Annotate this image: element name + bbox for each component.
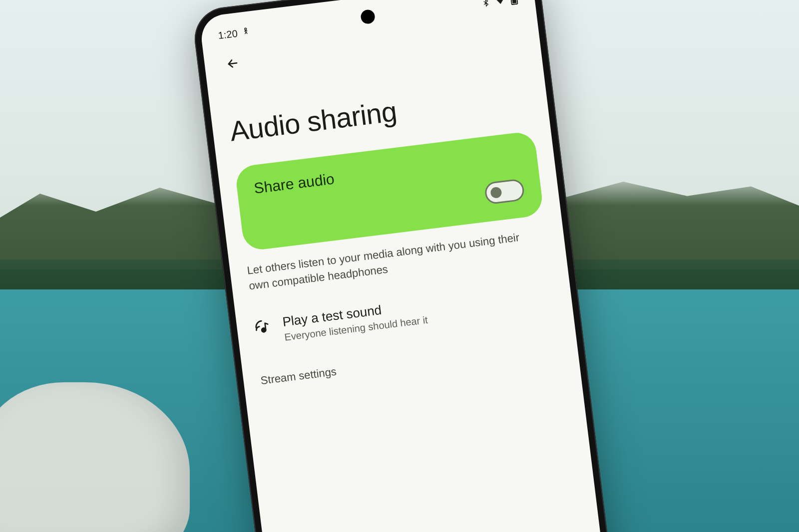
music-cast-icon (253, 318, 271, 338)
share-audio-label: Share audio (253, 170, 336, 197)
play-test-sound-row[interactable]: Play a test sound Everyone listening sho… (253, 281, 556, 346)
stream-settings-header: Stream settings (260, 337, 561, 387)
back-arrow-icon (225, 56, 241, 73)
wifi-icon (494, 0, 506, 6)
svg-rect-3 (512, 0, 517, 3)
battery-icon (510, 0, 518, 5)
svg-point-0 (245, 28, 247, 30)
toggle-thumb (490, 187, 502, 199)
bluetooth-icon (481, 0, 490, 8)
share-audio-toggle[interactable] (484, 178, 525, 205)
status-time: 1:20 (218, 27, 238, 41)
digital-wellbeing-icon (241, 26, 251, 38)
back-button[interactable] (221, 52, 245, 77)
